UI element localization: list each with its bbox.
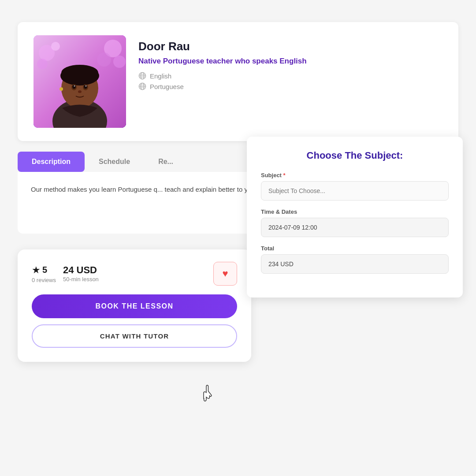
booking-card: ★ 5 0 reviews 24 USD 50-min lesson ♥ BOO… xyxy=(18,249,251,362)
profile-card: Door Rau Native Portuguese teacher who s… xyxy=(18,22,458,141)
book-lesson-button[interactable]: BOOK THE LESSON xyxy=(32,294,237,318)
star-icon: ★ xyxy=(32,264,41,276)
profile-avatar xyxy=(33,35,126,128)
choose-subject-title: Choose The Subject: xyxy=(261,150,449,161)
cursor xyxy=(198,383,214,405)
tab-description[interactable]: Description xyxy=(18,152,85,172)
svg-point-14 xyxy=(72,85,76,89)
subject-input[interactable] xyxy=(261,181,449,201)
language-english-label: English xyxy=(150,72,171,80)
avatar-image xyxy=(33,35,126,128)
language-english: English xyxy=(138,72,443,80)
rating-section: ★ 5 0 reviews 24 USD 50-min lesson xyxy=(32,264,99,283)
language-portuguese-label: Portuguese xyxy=(150,83,184,90)
heart-icon: ♥ xyxy=(222,268,228,279)
tutor-subtitle: Native Portuguese teacher who speaks Eng… xyxy=(138,57,443,66)
choose-subject-panel: Choose The Subject: Subject * Time & Dat… xyxy=(247,137,463,298)
svg-point-2 xyxy=(37,59,48,69)
required-marker: * xyxy=(283,172,286,178)
globe-icon-portuguese xyxy=(138,82,146,90)
tab-reviews[interactable]: Re... xyxy=(144,152,187,172)
language-portuguese: Portuguese xyxy=(138,82,443,90)
svg-point-15 xyxy=(84,85,87,89)
tutor-name: Door Rau xyxy=(138,40,443,53)
svg-point-16 xyxy=(74,86,75,87)
reviews-text: 0 reviews xyxy=(32,277,56,283)
star-rating: ★ 5 xyxy=(32,264,56,276)
profile-info: Door Rau Native Portuguese teacher who s… xyxy=(138,35,443,93)
rating-number: 5 xyxy=(42,265,47,275)
subject-field-label: Subject * xyxy=(261,172,449,178)
svg-point-17 xyxy=(86,86,87,87)
price-section: 24 USD 50-min lesson xyxy=(63,264,99,283)
page-container: Door Rau Native Portuguese teacher who s… xyxy=(0,0,476,476)
globe-icon-english xyxy=(138,72,146,80)
svg-point-11 xyxy=(61,65,98,81)
svg-point-4 xyxy=(113,56,126,68)
svg-point-5 xyxy=(97,52,111,67)
total-input[interactable] xyxy=(261,254,449,274)
favorite-button[interactable]: ♥ xyxy=(213,262,237,286)
avatar-svg xyxy=(33,35,126,128)
total-label: Total xyxy=(261,245,449,252)
svg-point-18 xyxy=(78,90,82,93)
svg-point-6 xyxy=(51,42,60,51)
time-input[interactable] xyxy=(261,218,449,237)
svg-point-19 xyxy=(60,87,63,91)
price-note: 50-min lesson xyxy=(63,276,99,283)
chat-tutor-button[interactable]: CHAT WITH TUTOR xyxy=(32,324,237,348)
star-block: ★ 5 0 reviews xyxy=(32,264,56,283)
tab-schedule[interactable]: Schedule xyxy=(85,152,144,172)
time-dates-label: Time & Dates xyxy=(261,208,449,215)
price-amount: 24 USD xyxy=(63,264,99,276)
booking-top: ★ 5 0 reviews 24 USD 50-min lesson ♥ xyxy=(32,262,237,286)
